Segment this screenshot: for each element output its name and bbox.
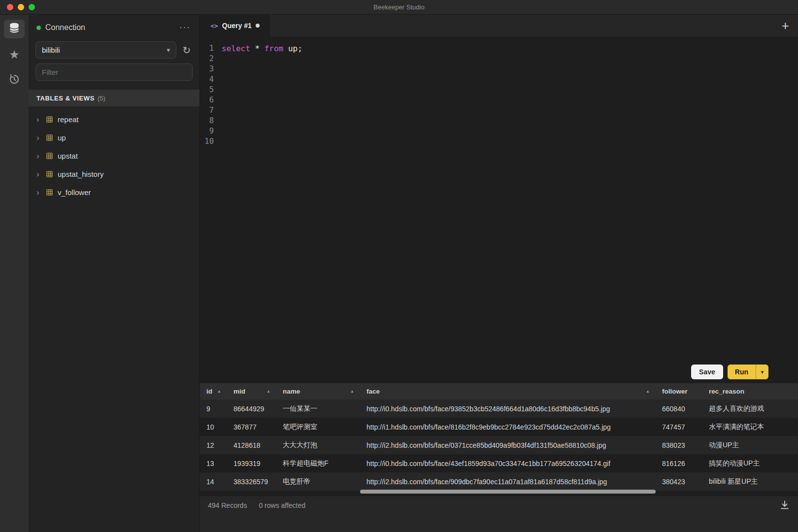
table-row[interactable]: 124128618大大大灯泡http://i2.hdslb.com/bfs/fa… (200, 436, 798, 454)
download-icon (779, 503, 790, 512)
cell-face[interactable]: http://i2.hdslb.com/bfs/face/909dbc7fa90… (360, 478, 656, 486)
sidebar-table-item[interactable]: ›v_follower (29, 183, 200, 201)
table-name: v_follower (58, 188, 91, 197)
cell-face[interactable]: http://i1.hdslb.com/bfs/face/816b2f8c9eb… (360, 423, 656, 431)
scrollbar-thumb[interactable] (360, 490, 656, 494)
new-tab-button[interactable]: + (782, 15, 789, 36)
column-header-name[interactable]: name▲ (276, 383, 360, 399)
chevron-right-icon[interactable]: › (36, 152, 41, 160)
column-label: rec_reason (709, 388, 744, 395)
sidebar-table-item[interactable]: ›repeat (29, 110, 200, 129)
cell-face[interactable]: http://i0.hdslb.com/bfs/face/43ef1859d93… (360, 460, 656, 467)
unsaved-indicator-dot (256, 24, 260, 28)
tab-bar: <> Query #1 + (200, 15, 798, 36)
cell-mid[interactable]: 383326579 (227, 478, 276, 486)
sidebar-table-item[interactable]: ›upstat (29, 147, 200, 165)
close-window-button[interactable] (7, 4, 13, 10)
cell-follower[interactable]: 660840 (656, 405, 702, 413)
chevron-right-icon[interactable]: › (36, 188, 41, 197)
table-name: repeat (58, 115, 79, 124)
cell-mid[interactable]: 86644929 (227, 405, 276, 413)
code-line[interactable]: select * from up; (222, 43, 798, 54)
rail-item-tables[interactable] (4, 20, 25, 38)
cell-follower[interactable]: 838023 (656, 441, 702, 449)
zoom-window-button[interactable] (29, 4, 35, 10)
rail-item-saved-queries[interactable]: ★ (4, 45, 25, 64)
table-name: upstat (58, 152, 78, 160)
database-select[interactable]: bilibili ▾ (35, 41, 176, 59)
cell-name[interactable]: 笔吧评测室 (276, 423, 360, 432)
run-options-button[interactable]: ▾ (756, 365, 768, 379)
cell-follower[interactable]: 380423 (656, 478, 702, 486)
filter-input[interactable] (35, 64, 193, 81)
cell-name[interactable]: 科学超电磁炮F (276, 459, 360, 468)
table-row[interactable]: 14383326579电竞肝帝http://i2.hdslb.com/bfs/f… (200, 472, 798, 491)
table-row[interactable]: 10367877笔吧评测室http://i1.hdslb.com/bfs/fac… (200, 418, 798, 436)
line-number: 10 (200, 136, 214, 147)
table-name: upstat_history (58, 170, 103, 178)
traffic-lights (7, 0, 35, 14)
query-editor[interactable]: 12345678910 select * from up; Save Run ▾ (200, 36, 798, 383)
column-header-rec_reason[interactable]: rec_reason (702, 383, 798, 399)
cell-name[interactable]: 一仙某某一 (276, 404, 360, 413)
connection-menu-button[interactable]: ··· (179, 23, 191, 33)
results-header-row: id▲mid▲name▲face▲followerrec_reason (200, 383, 798, 399)
cell-face[interactable]: http://i0.hdslb.com/bfs/face/93852b3cb52… (360, 405, 656, 413)
refresh-tables-button[interactable]: ↻ (181, 45, 193, 55)
app-window: Beekeeper Studio ★ (0, 0, 798, 532)
cell-follower[interactable]: 816126 (656, 460, 702, 467)
line-number: 8 (200, 116, 214, 126)
table-row[interactable]: 131939319科学超电磁炮Fhttp://i0.hdslb.com/bfs/… (200, 454, 798, 472)
save-button[interactable]: Save (691, 365, 723, 379)
sidebar-table-item[interactable]: ›upstat_history (29, 165, 200, 183)
cell-name[interactable]: 大大大灯泡 (276, 441, 360, 450)
cell-id[interactable]: 14 (200, 478, 227, 486)
column-header-follower[interactable]: follower (656, 383, 702, 399)
tables-count: (5) (98, 95, 105, 102)
cell-id[interactable]: 9 (200, 405, 227, 413)
download-results-button[interactable] (779, 499, 790, 512)
cell-follower[interactable]: 747457 (656, 423, 702, 431)
chevron-right-icon[interactable]: › (36, 133, 41, 142)
cell-id[interactable]: 12 (200, 441, 227, 449)
chevron-right-icon[interactable]: › (36, 170, 41, 178)
run-button[interactable]: Run (728, 365, 756, 379)
line-number: 7 (200, 105, 214, 116)
cell-rec_reason[interactable]: 动漫UP主 (702, 441, 798, 450)
sidebar-table-item[interactable]: ›up (29, 129, 200, 147)
cell-rec_reason[interactable]: 水平满满的笔记本 (702, 423, 798, 432)
table-row[interactable]: 986644929一仙某某一http://i0.hdslb.com/bfs/fa… (200, 399, 798, 418)
cell-id[interactable]: 10 (200, 423, 227, 431)
sort-arrow-icon[interactable]: ▲ (646, 389, 650, 394)
cell-id[interactable]: 13 (200, 460, 227, 467)
cell-mid[interactable]: 4128618 (227, 441, 276, 449)
sort-arrow-icon[interactable]: ▲ (350, 389, 354, 394)
horizontal-scrollbar[interactable] (200, 490, 798, 495)
tab-query-1[interactable]: <> Query #1 (200, 15, 270, 36)
tab-label: Query #1 (222, 22, 252, 30)
code-token-plain (260, 44, 265, 53)
sort-arrow-icon[interactable]: ▲ (266, 389, 270, 394)
column-header-id[interactable]: id▲ (200, 383, 227, 399)
minimize-window-button[interactable] (18, 4, 24, 10)
line-number: 6 (200, 95, 214, 105)
sort-arrow-icon[interactable]: ▲ (217, 389, 221, 394)
cell-rec_reason[interactable]: 搞笑的动漫UP主 (702, 459, 798, 468)
cell-face[interactable]: http://i2.hdslb.com/bfs/face/0371cce85bd… (360, 441, 656, 449)
line-number: 4 (200, 74, 214, 85)
cell-rec_reason[interactable]: 超多人喜欢的游戏 (702, 404, 798, 413)
record-count: 494 Records (208, 501, 247, 509)
cell-name[interactable]: 电竞肝帝 (276, 477, 360, 486)
line-number: 9 (200, 126, 214, 136)
column-header-mid[interactable]: mid▲ (227, 383, 276, 399)
cell-mid[interactable]: 1939319 (227, 460, 276, 467)
rail-item-history[interactable] (4, 71, 25, 90)
cell-mid[interactable]: 367877 (227, 423, 276, 431)
code-token-operator: * (255, 44, 260, 53)
editor-gutter: 12345678910 (200, 43, 218, 383)
table-name: up (58, 133, 66, 142)
cell-rec_reason[interactable]: bilibili 新星UP主 (702, 477, 798, 486)
connection-label: Connection (45, 23, 85, 32)
chevron-right-icon[interactable]: › (36, 115, 41, 124)
column-header-face[interactable]: face▲ (360, 383, 656, 399)
